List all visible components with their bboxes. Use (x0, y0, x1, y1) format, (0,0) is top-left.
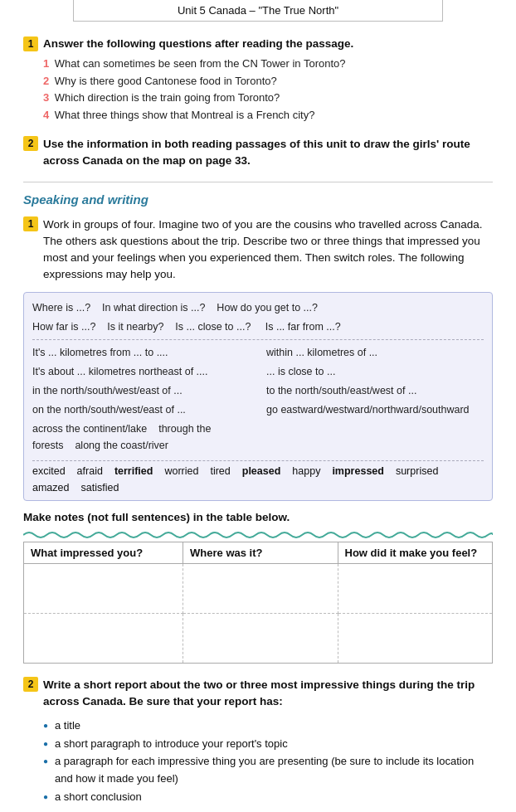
work-text: Work in groups of four. Imagine two of y… (43, 216, 493, 284)
question-block-1: 1 Answer the following questions after r… (23, 36, 493, 124)
expr-close: Is ... close to ...? (175, 321, 251, 333)
badge-1: 1 (23, 36, 38, 51)
expr-across: across the continent/lake through the fo… (32, 421, 250, 454)
expr-is-close: ... is close to ... (266, 363, 484, 380)
work-block: 1 Work in groups of four. Imagine two of… (23, 216, 493, 284)
expr-north-south: in the north/south/west/east of ... (32, 382, 250, 399)
page: Unit 5 Canada – "The True North" 1 Answe… (0, 0, 516, 812)
expr-km-ne: It's about ... kilometres northeast of .… (32, 363, 250, 380)
cell-2-2[interactable] (183, 613, 338, 663)
expr-nearby: Is it nearby? (107, 321, 163, 333)
cell-1-2[interactable] (183, 563, 338, 613)
expr-divider-1 (32, 339, 484, 340)
expr-row-2: How far is ...? Is it nearby? Is ... clo… (32, 318, 484, 335)
q2-text: Use the information in both reading pass… (43, 136, 493, 170)
section-divider (23, 182, 493, 182)
expr-words: excited afraid terrified worried tired p… (32, 465, 484, 494)
header-text: Unit 5 Canada – "The True North" (178, 4, 338, 17)
q1-title: 1 Answer the following questions after r… (23, 36, 493, 52)
cell-1-1[interactable] (24, 563, 183, 613)
col2-header: Where was it? (183, 542, 338, 563)
make-notes-title: Make notes (not full sentences) in the t… (23, 511, 493, 523)
sub-q-3: Which direction is the train going from … (43, 90, 493, 107)
expr-on-north: on the north/south/west/east of ... (32, 401, 250, 418)
expr-how-far: How far is ...? (32, 321, 95, 333)
word-pleased: pleased (242, 465, 281, 477)
write-block: 2 Write a short report about the two or … (23, 677, 493, 806)
bullet-2: a short paragraph to introduce your repo… (43, 735, 493, 752)
cell-1-3[interactable] (338, 563, 492, 613)
word-terrified: terrified (114, 465, 153, 477)
word-satisfied: satisfied (80, 482, 119, 494)
badge-write-2: 2 (23, 677, 38, 692)
word-surprised: surprised (396, 465, 438, 477)
badge-work-1: 1 (23, 216, 38, 231)
badge-2: 2 (23, 136, 38, 151)
word-tired: tired (210, 465, 230, 477)
bullet-4: a short conclusion (43, 788, 493, 805)
bullet-3: a paragraph for each impressive thing yo… (43, 752, 493, 788)
q1-title-text: Answer the following questions after rea… (43, 36, 353, 52)
expr-km: It's ... kilometres from ... to .... (32, 344, 250, 361)
word-amazed: amazed (32, 482, 69, 494)
write-title: 2 Write a short report about the two or … (23, 677, 493, 711)
speaking-writing-title: Speaking and writing (23, 192, 493, 207)
word-excited: excited (32, 465, 66, 477)
expr-far: Is ... far from ...? (265, 321, 341, 333)
expr-get-to: How do you get to ...? (217, 302, 318, 314)
word-afraid: afraid (77, 465, 103, 477)
expr-go-east: go eastward/westward/northward/southward (266, 401, 484, 418)
expr-divider-2 (32, 460, 484, 461)
wavy-border (23, 528, 493, 542)
table-row-2 (24, 613, 493, 663)
expr-row-1: Where is ...? In what direction is ...? … (32, 299, 484, 316)
header-box: Unit 5 Canada – "The True North" (73, 0, 443, 22)
word-happy: happy (292, 465, 320, 477)
cell-2-1[interactable] (24, 613, 183, 663)
expression-box: Where is ...? In what direction is ...? … (23, 292, 493, 501)
word-worried: worried (164, 465, 198, 477)
cell-2-3[interactable] (338, 613, 492, 663)
notes-table: What impressed you? Where was it? How di… (23, 542, 493, 664)
word-impressed: impressed (332, 465, 384, 477)
table-row-1 (24, 563, 493, 613)
expr-direction: In what direction is ...? (102, 302, 205, 314)
sub-q-2: Why is there good Cantonese food in Toro… (43, 73, 493, 90)
question-block-2: 2 Use the information in both reading pa… (23, 136, 493, 170)
expr-where: Where is ...? (32, 302, 90, 314)
expr-to-north: to the north/south/east/west of ... (266, 382, 484, 399)
sub-q-1: What can sometimes be seen from the CN T… (43, 56, 493, 73)
bullet-list: a title a short paragraph to introduce y… (43, 717, 493, 805)
sub-q-4: What three things show that Montreal is … (43, 107, 493, 124)
write-title-text: Write a short report about the two or th… (43, 677, 493, 711)
bullet-1: a title (43, 717, 493, 734)
expr-within: within ... kilometres of ... (266, 344, 484, 361)
col3-header: How did it make you feel? (338, 542, 492, 563)
sub-questions-list: What can sometimes be seen from the CN T… (43, 56, 493, 124)
col1-header: What impressed you? (24, 542, 183, 563)
